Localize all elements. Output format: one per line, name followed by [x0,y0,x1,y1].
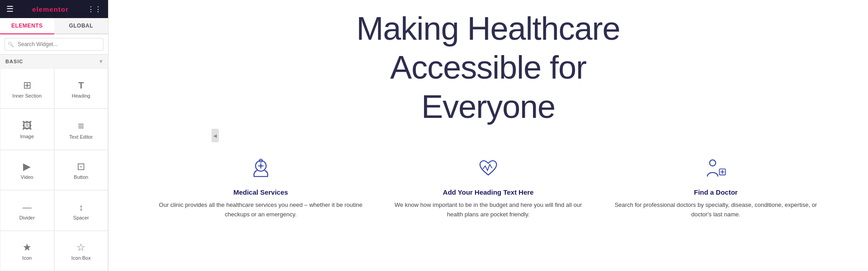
divider-icon [23,202,32,212]
image-label: Image [20,134,34,139]
widget-text-editor[interactable]: Text Editor [54,108,108,150]
widget-divider[interactable]: Divider [0,190,54,230]
icon-box-label: Icon Box [71,255,91,261]
brand-logo: elementor [32,5,69,13]
widget-video[interactable]: Video [0,150,54,190]
image-icon [22,121,32,131]
hero-heading-text: Making Healthcare Accessible for Everyon… [136,9,841,126]
hamburger-icon[interactable]: ☰ [6,4,14,14]
basic-label-text: BASIC [5,59,23,64]
search-box [0,34,108,55]
add-heading-desc: We know how important to be in the budge… [386,201,590,220]
panel-collapse-handle[interactable]: ◀ [212,129,219,142]
feature-cards: Medical Services Our clinic provides all… [136,144,841,233]
grid-icon[interactable]: ⋮⋮ [87,5,102,14]
main-content: Making Healthcare Accessible for Everyon… [108,0,868,271]
inner-section-icon [23,80,31,90]
left-panel: ☰ elementor ⋮⋮ ELEMENTS GLOBAL BASIC ▾ I… [0,0,108,271]
widget-image[interactable]: Image [0,108,54,150]
find-doctor-icon [704,158,727,182]
basic-section-label[interactable]: BASIC ▾ [0,55,108,68]
icon-box-icon [76,243,85,252]
heart-monitor-icon [477,158,500,182]
feature-medical-services: Medical Services Our clinic provides all… [154,153,368,224]
tab-elements[interactable]: ELEMENTS [0,18,54,34]
find-doctor-title: Find a Doctor [694,188,738,196]
spacer-label: Spacer [73,215,89,220]
tabs-bar: ELEMENTS GLOBAL [0,18,108,34]
tab-global[interactable]: GLOBAL [54,18,108,33]
inner-section-label: Inner Section [12,93,42,98]
widget-spacer[interactable]: Spacer [54,190,108,230]
text-editor-label: Text Editor [69,134,93,140]
medical-services-desc: Our clinic provides all the healthcare s… [158,201,363,220]
feature-add-heading: Add Your Heading Text Here We know how i… [381,153,595,224]
search-input[interactable] [5,38,104,51]
section-collapse-arrow: ▾ [99,58,103,65]
video-label: Video [21,174,33,180]
widget-heading[interactable]: Heading [54,68,108,108]
button-label: Button [74,174,88,180]
text-editor-icon [78,121,84,131]
widget-button[interactable]: Button [54,150,108,190]
spacer-icon [79,202,83,212]
hero-heading: Making Healthcare Accessible for Everyon… [136,9,841,126]
medical-services-icon [250,158,272,182]
button-icon [77,162,85,172]
top-bar: ☰ elementor ⋮⋮ [0,0,108,18]
widget-grid: Inner Section Heading Image Text Editor … [0,68,108,271]
icon-icon [23,243,32,252]
heading-label: Heading [72,93,90,98]
heading-icon [78,80,84,90]
video-icon [23,162,31,172]
feature-find-doctor: Find a Doctor Search for professional do… [609,153,823,224]
widget-icon[interactable]: Icon [0,231,54,271]
find-doctor-desc: Search for professional doctors by speci… [613,201,818,220]
medical-services-title: Medical Services [233,188,288,196]
widget-inner-section[interactable]: Inner Section [0,68,54,108]
widget-icon-box[interactable]: Icon Box [54,231,108,271]
svg-point-4 [710,160,716,166]
add-heading-title: Add Your Heading Text Here [443,188,534,196]
divider-label: Divider [19,215,35,220]
icon-label: Icon [22,255,32,261]
page-content: Making Healthcare Accessible for Everyon… [108,0,868,271]
